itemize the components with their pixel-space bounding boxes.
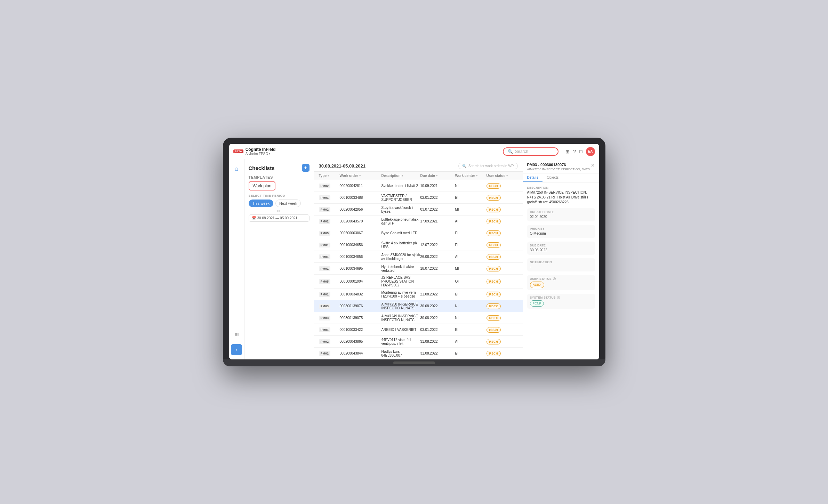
add-checklist-button[interactable]: + — [302, 164, 310, 172]
sidebar-item-waveform[interactable]: ≋ — [231, 329, 242, 340]
table-row[interactable]: PM03 000300139076 AIM#7250 IN-SERVICE IN… — [314, 300, 523, 312]
field-user-status: User status ⓘ RDEX — [527, 275, 595, 290]
table-row[interactable]: PM01 000100034856 Åpne 87JK0020 for sjek… — [314, 251, 523, 263]
cell-work-center: AI — [455, 339, 487, 344]
notification-value: - — [530, 265, 592, 269]
next-week-button[interactable]: Next week — [275, 200, 301, 207]
user-status-label: User status ⓘ — [530, 277, 592, 281]
table-row[interactable]: PM05 000500001904 JS:REPLACE SAS PROCESS… — [314, 275, 523, 288]
col-description[interactable]: Description ▾ — [381, 172, 420, 180]
grid-icon[interactable]: ⊞ — [565, 149, 570, 154]
search-placeholder: Search — [515, 149, 528, 154]
cell-description: ARBEID I VASKERIET — [381, 327, 420, 333]
cell-description: Bytte Chalmit med LED — [381, 230, 420, 236]
close-detail-button[interactable]: ✕ — [591, 163, 595, 168]
cell-description: Ny dreiebenk til aktre verksted — [381, 264, 420, 274]
status-badge: RSCH — [487, 327, 501, 333]
checklist-panel: Checklists + Templates Work plan Select … — [244, 159, 314, 359]
cell-work-center: EI — [455, 230, 487, 236]
col-due-date[interactable]: Due date ▾ — [420, 172, 455, 180]
col-user-status[interactable]: User status ▾ — [487, 172, 518, 180]
date-range-input[interactable]: 📅 30.08.2021 — 05.09.2021 — [249, 214, 310, 222]
col-work-order[interactable]: Work order ▾ — [340, 172, 381, 180]
cell-description: AIM#7249 IN-SERVICE INSPECTIO N, N4TC — [381, 313, 420, 323]
cell-work-order: 000200042811 — [340, 183, 381, 189]
table-search-placeholder: Search for work orders in WP — [468, 164, 514, 168]
field-system-status: System status ⓘ PCNF — [527, 294, 595, 309]
detail-subtitle: AIM#7250 IN-SERVICE INSPECTION, N4TS — [527, 168, 590, 171]
cell-work-order: 000200043865 — [340, 339, 381, 344]
table-row[interactable]: PM01 000100034656 Skifte 4 stk batterier… — [314, 239, 523, 251]
table-row[interactable]: PM05 000500003067 Bytte Chalmit med LED … — [314, 227, 523, 239]
templates-label: Templates — [249, 175, 310, 179]
cell-user-status: RDEX — [487, 302, 518, 310]
cell-work-order: 000200043570 — [340, 218, 381, 224]
cell-due-date: 03.07.2022 — [420, 206, 455, 212]
cell-work-order: 000100034695 — [340, 266, 381, 271]
cell-work-order: 000100034832 — [340, 291, 381, 297]
type-badge: PM01 — [319, 266, 331, 271]
cell-user-status: RSCH — [487, 229, 518, 237]
cell-type: PM01 — [319, 242, 340, 249]
cell-work-order: 000200043844 — [340, 350, 381, 356]
cell-work-center: EI — [455, 195, 487, 201]
table-row[interactable]: PM01 000100034832 Montering av nye vern … — [314, 288, 523, 300]
info-icon: ⓘ — [557, 296, 560, 299]
work-plan-item[interactable]: Work plan — [249, 181, 276, 190]
topbar: BETA Cognite InField Alvheim FPSO ▾ 🔍 Se… — [229, 144, 599, 159]
cell-work-order: 000100034656 — [340, 242, 381, 248]
detail-panel: PM03 - 000300139076 AIM#7250 IN-SERVICE … — [523, 159, 599, 359]
sidebar-item-home[interactable]: ⌂ — [231, 163, 242, 174]
table-row[interactable]: PM01 000100033422 ARBEID I VASKERIET 03.… — [314, 324, 523, 336]
cell-due-date: 30.08.2022 — [420, 315, 455, 321]
system-status-label: System status ⓘ — [530, 296, 592, 300]
description-value: AIM#7250 IN-SERVICE INSPECTION, N4TS 24.… — [527, 190, 595, 205]
field-description: Description AIM#7250 IN-SERVICE INSPECTI… — [527, 186, 595, 205]
search-icon: 🔍 — [462, 164, 466, 168]
cell-work-center: OI — [455, 278, 487, 284]
detail-body: Description AIM#7250 IN-SERVICE INSPECTI… — [523, 182, 599, 312]
table-columns: Type ▾ Work order ▾ Description ▾ Due — [314, 172, 523, 180]
or-text: or — [249, 209, 310, 213]
search-icon: 🔍 — [508, 149, 513, 154]
cell-work-center: EI — [455, 291, 487, 297]
cell-due-date: 26.08.2022 — [420, 254, 455, 260]
table-row[interactable]: PM03 000300139075 AIM#7249 IN-SERVICE IN… — [314, 312, 523, 324]
cell-user-status: RSCH — [487, 218, 518, 225]
this-week-button[interactable]: This week — [249, 200, 274, 207]
cell-user-status: RSCH — [487, 338, 518, 346]
table-row[interactable]: PM02 000200043844 Nødlys kurs 84EL306.00… — [314, 348, 523, 359]
chevron-down-icon[interactable]: ▾ — [269, 152, 270, 155]
type-badge: PM03 — [319, 304, 331, 309]
notifications-icon[interactable]: □ — [579, 149, 582, 154]
tab-details[interactable]: Details — [523, 173, 543, 182]
time-period-section: Select time period This week Next week o… — [249, 194, 310, 222]
table-row[interactable]: PM02 000200043570 Luftlekkasje pneumatis… — [314, 216, 523, 227]
date-range-value: 30.08.2021 — 05.09.2021 — [257, 216, 298, 220]
type-badge: PM02 — [319, 339, 331, 344]
table-search[interactable]: 🔍 Search for work orders in WP — [458, 163, 518, 169]
field-priority: Priority C-Medium — [527, 225, 595, 238]
col-work-center[interactable]: Work center ▾ — [455, 172, 487, 180]
table-row[interactable]: PM02 000200042956 Støy fra vask/scrub i … — [314, 204, 523, 216]
cell-work-center: NI — [455, 183, 487, 189]
cell-type: PM01 — [319, 326, 340, 333]
tab-objects[interactable]: Objects — [542, 173, 563, 182]
sidebar-expand-button[interactable]: › — [231, 344, 242, 355]
table-row[interactable]: PM02 000200042811 Svekket batteri i livb… — [314, 180, 523, 192]
cell-work-center: MI — [455, 266, 487, 271]
sort-arrow-icon: ▾ — [359, 174, 361, 177]
help-icon[interactable]: ? — [573, 149, 576, 154]
cell-type: PM01 — [319, 291, 340, 298]
table-row[interactable]: PM01 000100033488 VAKTMESTER / SUPPORTJO… — [314, 192, 523, 204]
table-row[interactable]: PM02 000200043865 44FV0112 viser feil ve… — [314, 336, 523, 348]
cell-work-center: AI — [455, 218, 487, 224]
avatar[interactable]: EA — [586, 147, 595, 156]
col-type[interactable]: Type ▾ — [319, 172, 340, 180]
table-row[interactable]: PM01 000100034695 Ny dreiebenk til aktre… — [314, 263, 523, 275]
type-badge: PM03 — [319, 316, 331, 320]
global-search-bar[interactable]: 🔍 Search — [503, 147, 558, 156]
status-badge: RSCH — [487, 254, 501, 260]
cell-due-date: 21.08.2022 — [420, 291, 455, 297]
cell-description: Støy fra vask/scrub i bysse. — [381, 205, 420, 214]
